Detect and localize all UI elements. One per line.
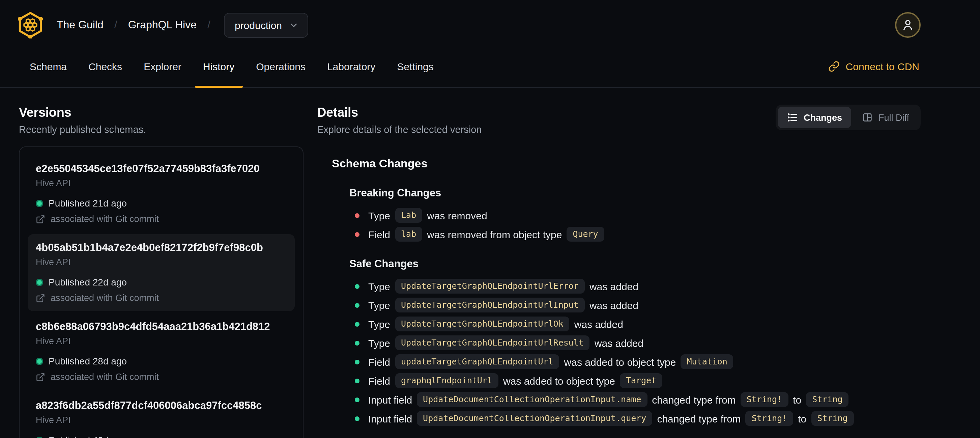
code-chip: UpdateTargetGraphQLEndpointUrlError (395, 279, 585, 293)
versions-subtitle: Recently published schemas. (19, 124, 304, 135)
code-chip: updateTargetGraphQLEndpointUrl (395, 354, 560, 369)
versions-panel: Versions Recently published schemas. e2e… (19, 104, 304, 438)
top-header: The Guild / GraphQL Hive / production (0, 0, 980, 88)
breadcrumb-org[interactable]: The Guild (57, 19, 103, 31)
published-dot-icon (36, 199, 43, 207)
version-hash: 4b05ab51b1b4a7e2e4b0ef82172f2b9f7ef98c0b (36, 241, 286, 255)
code-chip: Query (566, 227, 604, 242)
change-item: Input fieldUpdateDocumentCollectionOpera… (355, 392, 921, 407)
person-icon (900, 18, 915, 32)
change-item: FieldgraphqlEndpointUrlwas added to obje… (355, 373, 921, 388)
version-git-label: associated with Git commit (51, 371, 159, 383)
version-item[interactable]: e2e55045345ce13fe07f52a77459b83fa3fe7020… (28, 155, 295, 232)
breaking-changes-list: TypeLabwas removedFieldlabwas removed fr… (349, 208, 921, 242)
tab-history[interactable]: History (192, 46, 245, 87)
change-item: TypeUpdateTargetGraphQLEndpointUrlOkwas … (355, 317, 921, 331)
change-text: Field (368, 375, 390, 386)
connect-cdn-link[interactable]: Connect to CDN (828, 46, 919, 87)
change-text: Field (368, 228, 390, 240)
code-chip: Lab (395, 208, 422, 223)
version-git-link[interactable]: associated with Git commit (36, 292, 286, 304)
version-git-link[interactable]: associated with Git commit (36, 213, 286, 225)
tab-settings[interactable]: Settings (386, 46, 444, 87)
external-link-icon (36, 373, 45, 382)
tab-operations[interactable]: Operations (245, 46, 316, 87)
versions-list: e2e55045345ce13fe07f52a77459b83fa3fe7020… (19, 147, 304, 438)
change-text: was removed from object type (427, 228, 562, 240)
schema-changes-title: Schema Changes (332, 157, 921, 171)
version-service: Hive API (36, 414, 286, 427)
code-chip: String! (741, 392, 788, 407)
hive-logo-icon[interactable] (18, 11, 43, 38)
version-hash: a823f6db2a55df877dcf406006abca97fcc4858c (36, 399, 286, 413)
code-chip: UpdateDocumentCollectionOperationInput.q… (417, 411, 652, 426)
change-group-safe: Safe ChangesTypeUpdateTargetGraphQLEndpo… (349, 258, 921, 426)
full-diff-view-label: Full Diff (878, 112, 909, 123)
version-hash: e2e55045345ce13fe07f52a77459b83fa3fe7020 (36, 162, 286, 175)
tab-schema[interactable]: Schema (19, 46, 78, 87)
change-text: was added (595, 337, 643, 349)
change-text: was removed (427, 210, 487, 221)
code-chip: UpdateTargetGraphQLEndpointUrlResult (395, 335, 590, 350)
change-text: was added to object type (564, 356, 676, 368)
version-item[interactable]: c8b6e88a06793b9c4dfd54aaa21b36a1b421d812… (28, 313, 295, 390)
details-title: Details (317, 105, 482, 120)
change-item: Input fieldUpdateDocumentCollectionOpera… (355, 411, 921, 426)
target-selector[interactable]: production (224, 13, 308, 37)
changes-view-button[interactable]: Changes (778, 107, 851, 128)
nav-tabs: SchemaChecksExplorerHistoryOperationsLab… (19, 46, 444, 87)
code-chip: Target (620, 373, 662, 388)
code-chip: String (806, 392, 848, 407)
code-chip: UpdateDocumentCollectionOperationInput.n… (417, 392, 647, 407)
main-content: Versions Recently published schemas. e2e… (0, 88, 980, 438)
published-dot-icon (36, 279, 43, 286)
version-hash: c8b6e88a06793b9c4dfd54aaa21b36a1b421d812 (36, 320, 286, 333)
header-row-tabs: SchemaChecksExplorerHistoryOperationsLab… (0, 46, 980, 88)
version-service: Hive API (36, 256, 286, 269)
version-item[interactable]: a823f6db2a55df877dcf406006abca97fcc4858c… (28, 392, 295, 438)
tab-explorer[interactable]: Explorer (133, 46, 192, 87)
version-status: Published 28d ago (36, 355, 286, 367)
breadcrumb-project[interactable]: GraphQL Hive (128, 19, 197, 31)
breadcrumb-separator: / (115, 19, 117, 31)
change-item: FieldupdateTargetGraphQLEndpointUrlwas a… (355, 354, 921, 369)
version-status: Published 21d ago (36, 197, 286, 209)
code-chip: graphqlEndpointUrl (395, 373, 498, 388)
code-chip: UpdateTargetGraphQLEndpointUrlOk (395, 317, 570, 331)
full-diff-view-button[interactable]: Full Diff (853, 107, 919, 128)
view-toggle: Changes Full Diff (776, 105, 921, 130)
app-window: The Guild / GraphQL Hive / production (0, 0, 980, 438)
changes-view-label: Changes (803, 112, 842, 123)
change-text: Type (368, 299, 390, 311)
change-text: Input field (368, 413, 412, 424)
version-status: Published 40d ago (36, 434, 286, 438)
tab-laboratory[interactable]: Laboratory (316, 46, 386, 87)
code-chip: String (811, 411, 854, 426)
code-chip: UpdateTargetGraphQLEndpointUrlInput (395, 298, 585, 312)
published-dot-icon (36, 436, 43, 438)
user-avatar[interactable] (895, 12, 921, 38)
version-item[interactable]: 4b05ab51b1b4a7e2e4b0ef82172f2b9f7ef98c0b… (28, 234, 295, 311)
external-link-icon (36, 215, 45, 224)
change-text: changed type from (657, 413, 741, 424)
header-row-primary: The Guild / GraphQL Hive / production (0, 0, 980, 46)
schema-changes-groups: Breaking ChangesTypeLabwas removedFieldl… (332, 187, 921, 426)
version-git-link[interactable]: associated with Git commit (36, 371, 286, 383)
connect-cdn-label: Connect to CDN (846, 61, 919, 72)
change-item: TypeUpdateTargetGraphQLEndpointUrlInputw… (355, 298, 921, 312)
version-git-label: associated with Git commit (51, 213, 159, 225)
change-text: Input field (368, 394, 412, 405)
tab-checks[interactable]: Checks (78, 46, 133, 87)
code-chip: lab (395, 227, 422, 242)
version-git-label: associated with Git commit (51, 292, 159, 304)
schema-changes-section: Schema Changes Breaking ChangesTypeLabwa… (317, 157, 921, 426)
breadcrumb-separator: / (207, 19, 210, 31)
version-service: Hive API (36, 335, 286, 347)
change-text: was added (574, 318, 623, 330)
published-dot-icon (36, 357, 43, 365)
change-text: was added (590, 299, 638, 311)
chevron-down-icon (289, 20, 299, 30)
details-panel: Details Explore details of the selected … (317, 104, 921, 438)
change-text: Type (368, 337, 390, 349)
details-subtitle: Explore details of the selected version (317, 124, 482, 135)
